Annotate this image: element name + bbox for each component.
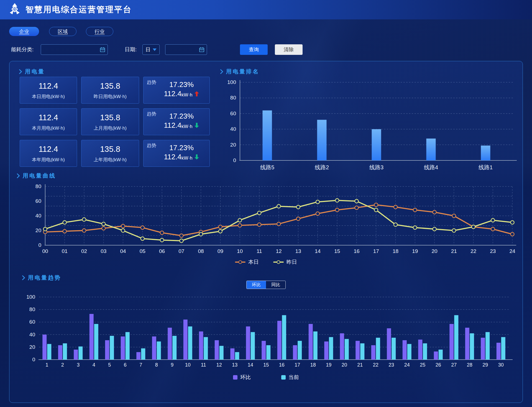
svg-text:9: 9	[171, 362, 173, 368]
svg-text:0: 0	[38, 242, 41, 248]
svg-text:0: 0	[32, 357, 35, 362]
date-input[interactable]	[165, 44, 207, 55]
svg-text:10: 10	[185, 362, 191, 368]
trend-value: 112.4	[164, 121, 181, 130]
section-title-curve: 用电量曲线	[17, 172, 56, 180]
svg-text:24: 24	[509, 248, 515, 254]
svg-text:23: 23	[388, 362, 394, 368]
svg-text:25: 25	[420, 362, 425, 368]
trend-unit: kW·h	[181, 92, 193, 98]
svg-text:11: 11	[201, 362, 206, 368]
svg-text:80: 80	[35, 183, 41, 189]
svg-text:30: 30	[498, 362, 504, 368]
svg-text:00: 00	[42, 248, 48, 254]
svg-text:06: 06	[159, 248, 165, 254]
svg-text:40: 40	[35, 213, 41, 219]
svg-text:24: 24	[404, 362, 410, 368]
svg-text:7: 7	[139, 362, 142, 368]
svg-text:27: 27	[451, 362, 457, 368]
svg-text:10: 10	[237, 248, 243, 254]
trend-unit: kW·h	[181, 155, 193, 161]
stat-value: 135.8	[81, 145, 139, 154]
section-title-energy: 用电量	[19, 68, 45, 75]
svg-text:40: 40	[230, 126, 236, 132]
legend-label: 昨日	[287, 258, 297, 266]
legend-label: 本日	[248, 258, 259, 266]
svg-text:01: 01	[62, 248, 68, 254]
energy-category-input-field[interactable]	[41, 45, 108, 55]
legend-item[interactable]: 本日	[235, 258, 259, 266]
legend-item[interactable]: 环比	[233, 374, 251, 381]
svg-text:100: 100	[26, 294, 35, 300]
svg-text:18: 18	[310, 362, 316, 368]
svg-text:22: 22	[470, 248, 476, 254]
trend-card: 趋势17.23%112.4kW·h	[143, 77, 210, 104]
svg-text:29: 29	[482, 362, 488, 368]
stat-value: 112.4	[20, 113, 77, 122]
arrow-down-icon	[195, 123, 199, 128]
svg-text:12: 12	[276, 248, 282, 254]
legend-item[interactable]: 当前	[281, 374, 299, 381]
legend-dot	[277, 260, 280, 264]
svg-text:20: 20	[230, 142, 236, 148]
svg-text:17: 17	[373, 248, 379, 254]
stat-label: 本年用电(kW·h)	[20, 157, 77, 163]
svg-text:14: 14	[248, 362, 253, 368]
trend-value: 112.4	[164, 153, 181, 161]
date-input-field[interactable]	[165, 45, 207, 55]
trend-value-row: 112.4kW·h	[144, 121, 209, 130]
legend-square-marker	[233, 375, 237, 380]
toggle-option-2[interactable]: 同比	[266, 281, 285, 289]
stat-value: 112.4	[20, 145, 77, 154]
arrow-down-icon	[195, 154, 199, 160]
chevron-right-icon	[17, 173, 20, 178]
svg-text:07: 07	[178, 248, 184, 254]
svg-text:12: 12	[216, 362, 222, 368]
trend-bar-chart: 0204060801001234567891011121314151617181…	[13, 292, 520, 370]
section-title-ranking: 用电量排名	[220, 68, 259, 75]
section-title-text: 用电量	[25, 68, 45, 75]
date-label: 日期:	[125, 44, 137, 55]
svg-text:21: 21	[451, 248, 457, 254]
tab-2[interactable]: 区域	[49, 27, 76, 36]
date-unit-select[interactable]: 日	[142, 44, 160, 55]
stat-label: 本日用电(kW·h)	[20, 93, 77, 100]
ranking-bar-chart: 020406080100线路5线路2线路3线路4线路1	[225, 75, 518, 172]
stat-value: 135.8	[81, 113, 139, 122]
svg-text:80: 80	[230, 95, 236, 101]
energy-category-input[interactable]	[41, 44, 108, 55]
svg-text:0: 0	[233, 157, 236, 163]
svg-text:19: 19	[412, 248, 418, 254]
legend-line-marker	[273, 262, 284, 263]
svg-text:4: 4	[93, 362, 95, 368]
legend-label: 环比	[240, 374, 251, 381]
trend-tag: 趋势	[147, 79, 156, 86]
svg-text:02: 02	[81, 248, 87, 254]
trend-tag: 趋势	[147, 111, 156, 117]
stat-value: 112.4	[20, 81, 77, 91]
section-title-text: 用电量排名	[226, 68, 259, 75]
section-title-text: 用电量趋势	[28, 274, 61, 281]
stat-cards: 112.4本日用电(kW·h)135.8昨日用电(kW·h)趋势17.23%11…	[20, 77, 210, 167]
stat-value: 135.8	[81, 81, 139, 91]
tab-3[interactable]: 行业	[86, 27, 113, 36]
compare-toggle: 环比同比	[246, 281, 286, 289]
legend-dot	[239, 260, 242, 264]
clear-button[interactable]: 清除	[275, 44, 303, 55]
trend-card: 趋势17.23%112.4kW·h	[143, 108, 210, 135]
legend-item[interactable]: 昨日	[273, 258, 297, 266]
svg-text:15: 15	[263, 362, 269, 368]
svg-text:20: 20	[342, 362, 347, 368]
svg-text:20: 20	[35, 227, 41, 233]
svg-text:03: 03	[101, 248, 106, 254]
main-panel: 用电量 112.4本日用电(kW·h)135.8昨日用电(kW·h)趋势17.2…	[9, 61, 523, 403]
legend-line-marker	[235, 262, 245, 263]
app-title: 智慧用电综合运营管理平台	[25, 4, 132, 15]
query-button[interactable]: 查询	[240, 44, 268, 55]
svg-text:23: 23	[490, 248, 496, 254]
svg-text:15: 15	[334, 248, 340, 254]
svg-text:18: 18	[393, 248, 398, 254]
toggle-option-1[interactable]: 环比	[247, 281, 266, 289]
tab-1[interactable]: 企业	[9, 27, 39, 36]
svg-text:11: 11	[257, 248, 262, 254]
